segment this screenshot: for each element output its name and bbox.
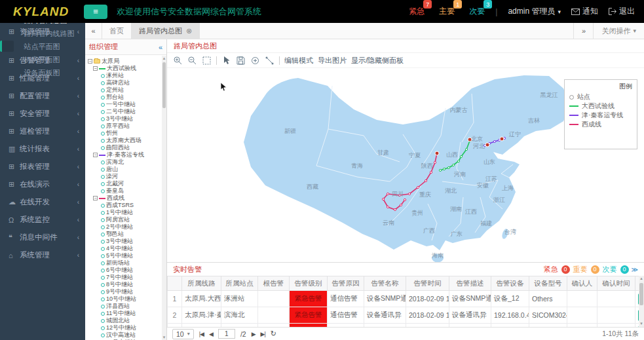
- province-label: 内蒙古: [450, 107, 468, 113]
- first-page-button[interactable]: |◀: [199, 331, 204, 337]
- grid-icon: ⊞: [9, 74, 20, 83]
- alarm-count-summary: 紧急0重要0次要0: [544, 265, 629, 274]
- tree-node-line[interactable]: −大西试验线: [93, 65, 162, 72]
- refresh-icon[interactable]: ↻: [271, 330, 276, 338]
- station-dot[interactable]: [430, 171, 432, 173]
- sidebar-item[interactable]: ❝消息中间件‹: [0, 229, 85, 246]
- scroll-down-icon[interactable]: ▼: [162, 335, 166, 340]
- sidebar-item[interactable]: ⊞在线演示‹: [0, 176, 85, 193]
- province-label: 山东: [483, 159, 495, 165]
- station-dot[interactable]: [404, 198, 406, 200]
- notifications-button[interactable]: 通知: [571, 6, 598, 17]
- hamburger-menu-button[interactable]: ≡: [84, 5, 107, 19]
- toggle-side-panel-button[interactable]: 显示/隐藏侧面板: [351, 56, 404, 66]
- sidebar-item[interactable]: ⌂系统管理‹: [0, 246, 85, 264]
- chevron-left-icon: ‹: [77, 75, 79, 82]
- app-window: KYLAND ≡ 欢迎使用信号安全数据网综合网管系统 紧急7主要1次要3 | a…: [0, 0, 644, 340]
- station-dot[interactable]: [387, 193, 388, 195]
- tree-node-line[interactable]: −津·秦客运专线: [93, 151, 162, 159]
- station-dot[interactable]: [382, 198, 384, 200]
- edit-mode-button[interactable]: 编辑模式: [284, 56, 313, 66]
- fit-view-icon[interactable]: [202, 56, 212, 66]
- chevron-left-icon: ‹: [77, 92, 79, 100]
- table-row[interactable]: 2太原局.津·秦滨海北紧急告警通信告警设备通讯异2018-02-09 1设备通讯…: [168, 307, 639, 324]
- table-row[interactable]: 1太原局.大西涿洲站紧急告警通信告警设备SNMP通2018-02-09 1设备S…: [168, 291, 639, 307]
- station-dot[interactable]: [447, 166, 449, 168]
- alert-counter[interactable]: 主要1: [439, 6, 455, 17]
- station-dot[interactable]: [457, 160, 459, 162]
- select-cursor-icon[interactable]: [221, 56, 231, 66]
- station-dot[interactable]: [425, 179, 426, 181]
- tab-current[interactable]: 路局管内总图 ⊗: [132, 23, 200, 39]
- map-canvas[interactable]: 新疆西藏青海甘肃内蒙古黑龙江吉林辽宁北京河北山西宁夏陕西山东河南江苏安徽上海湖北…: [167, 69, 644, 262]
- station-dot[interactable]: [465, 148, 467, 150]
- station-icon: [101, 218, 105, 222]
- next-page-button[interactable]: ▶: [252, 331, 256, 337]
- close-operations-dropdown[interactable]: 关闭操作 ▾: [593, 23, 644, 39]
- station-dot[interactable]: [408, 193, 410, 195]
- logout-button[interactable]: 退出: [609, 6, 635, 17]
- station-icon: [101, 175, 105, 179]
- scrollbar-thumb[interactable]: [639, 283, 643, 305]
- collapse-node-icon[interactable]: −: [88, 59, 92, 64]
- map-marker-icon[interactable]: [435, 151, 439, 155]
- map-marker-icon[interactable]: [500, 137, 504, 141]
- collapse-node-icon[interactable]: −: [93, 196, 98, 200]
- tabs-scroll-left-button[interactable]: «: [85, 23, 102, 39]
- grid-icon: ⊞: [9, 92, 20, 100]
- chevron-left-icon: ‹: [77, 28, 79, 35]
- sidebar-subitem[interactable]: 站点平面图: [0, 40, 74, 53]
- station-dot[interactable]: [387, 206, 388, 208]
- station-dot[interactable]: [434, 161, 436, 163]
- collapse-alarm-panel-icon[interactable]: ≫: [632, 266, 638, 273]
- tree-scrollbar[interactable]: ▲ ▼: [162, 56, 166, 340]
- station-dot[interactable]: [439, 169, 441, 171]
- province-label: 河北: [473, 143, 485, 149]
- zoom-in-icon[interactable]: [173, 56, 183, 66]
- column-header: 告警名称: [364, 276, 406, 291]
- tabs-scroll-right-button[interactable]: »: [573, 23, 593, 39]
- add-line-icon[interactable]: [265, 56, 275, 66]
- table-scrollbar[interactable]: ▲ ▼: [639, 276, 644, 327]
- station-dot[interactable]: [493, 140, 495, 142]
- sidebar-item[interactable]: Ω系统监控‹: [0, 211, 85, 229]
- scrollbar-thumb[interactable]: [162, 62, 166, 108]
- tab-home[interactable]: 首页: [102, 23, 132, 39]
- pagination-info: 1-10共 11条: [602, 330, 639, 339]
- station-dot[interactable]: [400, 204, 402, 206]
- sidebar-item-label: 在线演示: [20, 179, 77, 189]
- sidebar-item[interactable]: ⊞巡检管理‹: [0, 123, 85, 140]
- map-marker-icon[interactable]: [485, 143, 489, 147]
- sidebar-item[interactable]: ☁在线开发‹: [0, 193, 85, 211]
- sidebar-subitem[interactable]: 路局管内线路图: [0, 27, 74, 40]
- station-dot[interactable]: [460, 155, 462, 157]
- last-page-button[interactable]: ▶|: [261, 331, 265, 337]
- collapse-node-icon[interactable]: −: [93, 153, 98, 157]
- save-icon[interactable]: [236, 56, 246, 66]
- zoom-out-icon[interactable]: [187, 56, 197, 66]
- sidebar-item-label: 安全管理: [20, 109, 77, 119]
- scroll-up-icon[interactable]: ▲: [639, 276, 644, 282]
- collapse-node-icon[interactable]: −: [93, 66, 98, 71]
- sidebar-item[interactable]: ⊞报表管理‹: [0, 158, 85, 176]
- page-number-input[interactable]: [218, 329, 235, 339]
- sidebar-item[interactable]: ⊞配置管理‹: [0, 87, 85, 105]
- prev-page-button[interactable]: ◀: [209, 331, 213, 337]
- sidebar-item[interactable]: ⊞安全管理‹: [0, 105, 85, 123]
- collapse-panel-icon[interactable]: «: [159, 43, 162, 51]
- station-dot[interactable]: [443, 168, 445, 170]
- scroll-up-icon[interactable]: ▲: [162, 56, 166, 61]
- add-station-icon[interactable]: [250, 56, 260, 66]
- user-menu[interactable]: admin 管理员 ▾: [508, 6, 561, 17]
- station-dot[interactable]: [394, 208, 396, 210]
- station-dot[interactable]: [452, 164, 454, 166]
- tab-close-icon[interactable]: ⊗: [186, 27, 192, 35]
- export-image-button[interactable]: 导出图片: [318, 56, 347, 66]
- sidebar-item[interactable]: ▥统计报表‹: [0, 140, 85, 158]
- tab-home-label: 首页: [109, 26, 124, 36]
- station-dot[interactable]: [417, 186, 419, 188]
- alert-counter[interactable]: 次要3: [469, 6, 485, 17]
- scroll-down-icon[interactable]: ▼: [639, 321, 644, 327]
- page-size-select[interactable]: 10 ▾: [172, 329, 194, 339]
- alert-counter[interactable]: 紧急7: [409, 6, 425, 17]
